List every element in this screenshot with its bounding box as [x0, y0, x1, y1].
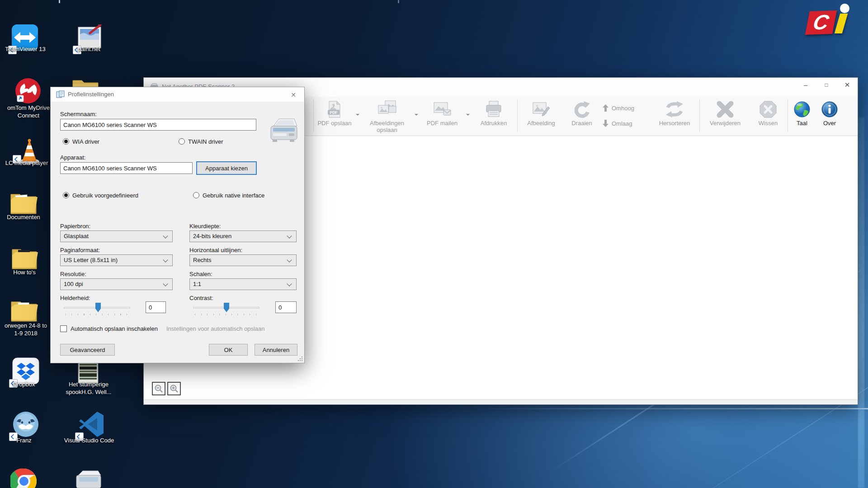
- use-predefined-label: Gebruik voorgedefinieerd: [72, 192, 138, 199]
- desktop-icon-chrome[interactable]: [8, 465, 40, 488]
- svg-text:PDF: PDF: [330, 110, 338, 115]
- close-button[interactable]: ✕: [837, 78, 858, 93]
- cancel-button[interactable]: Annuleren: [255, 344, 297, 356]
- image-edit-icon: [532, 100, 551, 118]
- save-images-icon: [377, 100, 397, 119]
- desktop-icon-norwegen[interactable]: [10, 299, 38, 324]
- delete-button[interactable]: Verwijderen: [701, 97, 750, 127]
- scanner-icon: [75, 469, 103, 488]
- scale-select[interactable]: 1:1: [189, 278, 297, 290]
- minimize-button[interactable]: –: [795, 78, 816, 93]
- save-pdf-button[interactable]: PDF PDF opslaan: [315, 97, 354, 127]
- chevron-down-icon: [163, 233, 168, 238]
- print-button[interactable]: Afdrukken: [471, 97, 516, 127]
- ci-logo-i-dot: [840, 4, 849, 13]
- window-bottom-strip: [144, 399, 858, 404]
- ci-watermark-logo: C: [806, 6, 860, 37]
- zoom-out-button[interactable]: [152, 382, 165, 395]
- choose-device-button[interactable]: Apparaat kiezen: [196, 161, 257, 175]
- slider-thumb[interactable]: [95, 303, 101, 312]
- desktop-icon-label[interactable]: Het stumperige spookH.G. Well...: [55, 380, 123, 396]
- rotate-button[interactable]: Draaien: [564, 97, 600, 127]
- image-button[interactable]: Afbeelding: [519, 97, 564, 127]
- horizontal-align-label: Horizontaal uitlijnen:: [189, 247, 242, 253]
- advanced-button[interactable]: Geavanceerd: [60, 344, 115, 356]
- desktop-icon-vscode[interactable]: [76, 408, 108, 440]
- save-images-dropdown-caret[interactable]: [413, 97, 420, 116]
- desktop-icon-naps2[interactable]: [75, 469, 103, 488]
- email-pdf-button[interactable]: PDF mailen: [420, 97, 465, 127]
- arrow-up-icon: [603, 104, 609, 112]
- tomtom-icon: [14, 76, 42, 105]
- desktop-icon-label[interactable]: How to's: [0, 268, 58, 276]
- scanner-illustration: [269, 114, 298, 146]
- globe-icon: [793, 100, 811, 118]
- brightness-label: Helderheid:: [60, 295, 90, 301]
- desktop-icon-label[interactable]: paint.net: [55, 45, 123, 53]
- ci-logo-c: C: [805, 10, 837, 35]
- desktop-icon-label[interactable]: Visual Studio Code: [55, 436, 123, 444]
- dialog-title: Profielinstellingen: [68, 91, 114, 98]
- rotate-icon: [573, 100, 591, 118]
- profile-settings-icon: [56, 90, 65, 99]
- desktop-icon-label[interactable]: TeamViewer 13: [0, 45, 59, 53]
- move-up-button[interactable]: Omhoog: [600, 100, 651, 116]
- save-pdf-dropdown-caret[interactable]: [354, 97, 361, 116]
- desktop-icon-label[interactable]: Documenten: [0, 213, 57, 221]
- desktop-icon-label[interactable]: Franz: [0, 436, 58, 444]
- chrome-icon: [10, 468, 38, 488]
- info-icon: [821, 100, 839, 118]
- bit-depth-select[interactable]: 24-bits kleuren: [189, 230, 297, 242]
- page-size-select[interactable]: US Letter (8.5x11 in): [60, 254, 173, 266]
- dialog-titlebar[interactable]: Profielinstellingen ✕: [51, 87, 304, 102]
- use-native-label: Gebruik native interface: [203, 192, 264, 199]
- clipped-top-fragment: [59, 0, 60, 3]
- email-pdf-dropdown-caret[interactable]: [465, 97, 471, 116]
- horizontal-align-select[interactable]: Rechts: [189, 254, 297, 266]
- clear-button[interactable]: Wissen: [750, 97, 787, 127]
- chevron-down-icon: [287, 281, 292, 286]
- toolbar-separator: [788, 99, 788, 132]
- contrast-value-input[interactable]: [275, 301, 297, 313]
- save-images-button[interactable]: Afbeeldingen opslaan: [361, 97, 413, 133]
- language-button[interactable]: Taal: [789, 97, 815, 127]
- use-predefined-radio[interactable]: [63, 192, 69, 198]
- resolution-select[interactable]: 100 dpi: [60, 278, 173, 290]
- slider-ticks: [66, 314, 128, 315]
- desktop-icon-franz[interactable]: [10, 408, 42, 440]
- device-label: Apparaat:: [60, 154, 85, 161]
- autosave-settings-link[interactable]: Instellingen voor automatisch opslaan: [166, 325, 265, 332]
- paper-source-label: Papierbron:: [60, 223, 90, 230]
- wia-driver-label: WIA driver: [72, 138, 99, 145]
- ok-button[interactable]: OK: [209, 344, 248, 356]
- twain-driver-radio[interactable]: [179, 138, 185, 145]
- contrast-slider[interactable]: [193, 301, 259, 317]
- slider-thumb[interactable]: [224, 303, 229, 312]
- chevron-down-icon: [287, 233, 292, 238]
- arrow-down-icon: [603, 120, 609, 127]
- chevron-down-icon: [287, 257, 292, 262]
- chevron-down-icon: [163, 281, 168, 286]
- about-button[interactable]: Over: [815, 97, 844, 127]
- autosave-checkbox[interactable]: [60, 325, 67, 332]
- page-size-label: Paginaformaat:: [60, 247, 100, 253]
- paper-source-select[interactable]: Glasplaat: [60, 230, 173, 242]
- display-name-input[interactable]: [60, 119, 256, 131]
- device-input[interactable]: [60, 162, 193, 174]
- ci-logo-i-stem: [835, 14, 848, 33]
- desktop-icon-label[interactable]: Dropbox: [0, 380, 58, 388]
- zoom-in-button[interactable]: [167, 382, 181, 395]
- dialog-close-button[interactable]: ✕: [288, 90, 299, 100]
- desktop-icon-tomtom[interactable]: [12, 75, 44, 107]
- brightness-slider[interactable]: [64, 301, 130, 317]
- autosave-checkbox-label[interactable]: Automatisch opslaan inschakelen: [71, 325, 158, 332]
- brightness-value-input[interactable]: [146, 301, 166, 313]
- dialog-resize-grip[interactable]: [297, 356, 303, 361]
- wia-driver-radio[interactable]: [63, 138, 69, 145]
- maximize-button[interactable]: □: [816, 78, 837, 93]
- twain-driver-label: TWAIN driver: [188, 138, 223, 145]
- zoom-out-icon: [154, 384, 163, 393]
- use-native-radio[interactable]: [193, 192, 199, 198]
- move-down-button[interactable]: Omlaag: [600, 116, 651, 131]
- reorder-button[interactable]: Hersorteren: [651, 97, 698, 127]
